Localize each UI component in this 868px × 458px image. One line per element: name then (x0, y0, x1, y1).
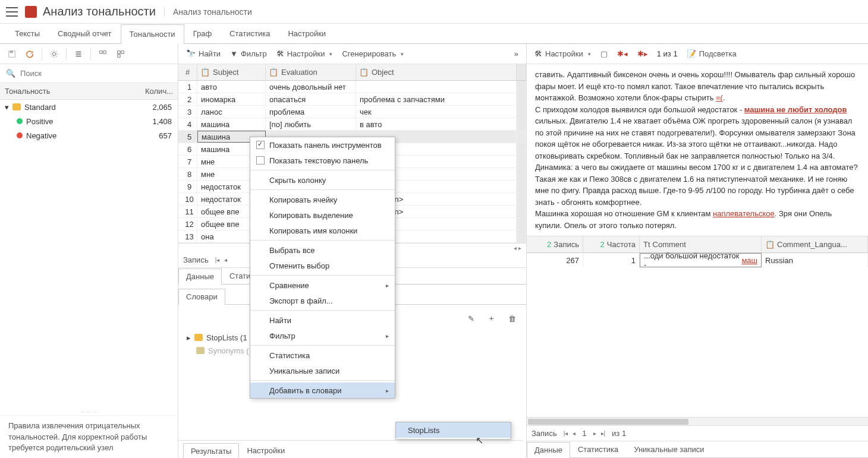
rtab-unique[interactable]: Уникальные записи (626, 441, 712, 457)
tree-label: Positive (26, 117, 54, 126)
r-settings-button[interactable]: 🛠Настройки (530, 47, 595, 61)
delete-icon[interactable]: 🗑 (504, 311, 520, 326)
settings-button[interactable]: 🛠Настройки (272, 47, 337, 61)
wrench-icon: 🛠 (276, 49, 284, 58)
nav-next-icon[interactable]: ▸ (592, 430, 598, 437)
grid-row[interactable]: 4машина[no] любитьв авто (178, 118, 526, 131)
overflow-icon[interactable]: » (510, 47, 523, 61)
cell-num: 7 (178, 156, 197, 168)
tree-row-standard[interactable]: ▾Standard 2,065 (0, 100, 178, 114)
tab-sentiments[interactable]: Тональности (121, 24, 184, 44)
rcol-freq[interactable]: 2Частота (583, 236, 640, 252)
ctx-statistics[interactable]: Статистика (250, 348, 395, 363)
rcol-comment[interactable]: TtComment (640, 236, 762, 252)
nav-first-icon[interactable]: |◂ (213, 257, 222, 263)
ctx-select-all[interactable]: Выбрать все (250, 242, 395, 258)
tab-stats[interactable]: Статистика (221, 24, 279, 43)
grid-row[interactable]: 2иномаркаопасатьсяпроблема с запчастями (178, 93, 526, 106)
grid1-icon[interactable] (95, 48, 111, 61)
document-text[interactable]: ставить. Адаптивный биксенон очень и оче… (527, 64, 868, 236)
svg-rect-6 (121, 50, 124, 53)
ctx-copy-cell[interactable]: Копировать ячейку (250, 192, 395, 207)
gear-icon[interactable] (46, 48, 62, 61)
nav-first-icon[interactable]: |◂ (562, 430, 570, 437)
btab-results[interactable]: Результаты (183, 443, 239, 458)
col-subject[interactable]: 📋Subject (197, 64, 266, 80)
cell-eval: очень довольный нет (266, 81, 356, 93)
ctx-deselect[interactable]: Отменить выбор (250, 258, 395, 273)
ctx-find[interactable]: Найти (250, 312, 395, 328)
ctx-sub-stoplists[interactable]: StopLists (396, 422, 511, 438)
cell-eval: проблема (266, 106, 356, 118)
app-header: Анализ тональности Анализ тональности (0, 0, 868, 24)
window-icon[interactable]: ▢ (596, 47, 612, 61)
tab-settings[interactable]: Настройки (279, 24, 335, 43)
generate-button[interactable]: Сгенерировать (338, 47, 408, 61)
grid2-icon[interactable] (112, 48, 129, 61)
ctx-hide-column[interactable]: Скрыть колонку (250, 172, 395, 188)
grid-row[interactable]: 1автоочень довольный нет (178, 81, 526, 93)
filter-button[interactable]: ▼Фильтр (226, 47, 271, 61)
tree-col-sentiment[interactable]: Тональность (0, 87, 142, 96)
grid-scrollbar[interactable] (517, 64, 526, 80)
grid-row[interactable]: 3ланоспроблемачек (178, 106, 526, 118)
spark2-icon[interactable]: ✱▸ (633, 47, 652, 61)
svg-rect-7 (118, 54, 120, 56)
col-evaluation[interactable]: 📋Evaluation (266, 64, 356, 80)
edit-icon[interactable]: ✎ (464, 311, 479, 326)
right-subtabs: Данные Статистика Уникальные записи (527, 441, 868, 458)
result-row[interactable]: 267 1 ...оди большой недостаток - маш Ru… (527, 253, 868, 267)
rcol-lang[interactable]: 📋Comment_Langua... (762, 236, 868, 252)
negative-dot-icon (17, 132, 23, 138)
svg-rect-5 (118, 50, 120, 53)
rcol-record[interactable]: 2Запись (527, 236, 583, 252)
tree-header: Тональность Колич... (0, 83, 178, 100)
ctx-copy-selection[interactable]: Копировать выделение (250, 207, 395, 223)
tree-row-negative[interactable]: Negative 657 (0, 128, 178, 143)
ctx-filter[interactable]: Фильтр (250, 328, 395, 343)
find-button[interactable]: 🔭Найти (182, 47, 225, 61)
col-num[interactable]: # (178, 64, 197, 80)
tree-row-positive[interactable]: Positive 1,408 (0, 114, 178, 128)
search-input[interactable] (20, 69, 172, 78)
ctx-show-toolbar[interactable]: Показать панель инструментов (250, 137, 395, 153)
ctx-export[interactable]: Экспорт в файл... (250, 293, 395, 308)
tab-summary[interactable]: Сводный отчет (49, 24, 121, 43)
tab-dictionaries[interactable]: Словари (178, 289, 225, 305)
rtab-data[interactable]: Данные (527, 442, 570, 458)
nav-prev-icon[interactable]: ◂ (571, 430, 577, 437)
col-object[interactable]: 📋Object (356, 64, 517, 80)
list-icon[interactable] (70, 48, 87, 61)
btab-settings[interactable]: Настройки (239, 443, 293, 458)
tree-col-count[interactable]: Колич... (142, 87, 178, 96)
svg-rect-1 (10, 50, 13, 53)
highlight-button[interactable]: 📝Подсветка (683, 47, 741, 61)
nav-last-icon[interactable]: ▸| (599, 430, 608, 437)
right-h-scrollbar[interactable] (527, 418, 868, 426)
resize-grip-icon[interactable]: ⋯⋯⋯ (0, 409, 178, 415)
spark1-icon[interactable]: ✱◂ (613, 47, 632, 61)
expand-icon[interactable]: ▾ (5, 103, 9, 112)
add-icon[interactable]: ＋ (483, 311, 499, 326)
ctx-unique[interactable]: Уникальные записи (250, 363, 395, 378)
svg-rect-4 (103, 50, 106, 53)
nav-prev-icon[interactable]: ◂ (222, 257, 229, 263)
subtab-data[interactable]: Данные (178, 269, 222, 285)
cell-num: 5 (178, 131, 197, 143)
ctx-compare[interactable]: Сравнение (250, 277, 395, 293)
ctx-show-textpanel[interactable]: Показать текстовую панель (250, 153, 395, 168)
doc-highlight-bold: машина не любит холодов (744, 105, 847, 114)
expand-icon[interactable]: ▸ (187, 333, 191, 342)
tab-texts[interactable]: Тексты (6, 24, 49, 43)
rtab-stats[interactable]: Статистика (570, 441, 626, 457)
ctx-copy-colname[interactable]: Копировать имя колонки (250, 223, 395, 238)
cell-subject: ланос (197, 106, 266, 118)
menu-icon[interactable] (6, 7, 18, 17)
ctx-add-to-dict[interactable]: Добавить в словари (250, 383, 395, 398)
cell-comment: ...оди большой недостаток - маш (640, 253, 762, 267)
refresh-icon[interactable] (21, 48, 38, 61)
page-number: 1 (582, 429, 586, 438)
tab-graph[interactable]: Граф (184, 24, 221, 43)
save-icon[interactable] (4, 48, 20, 61)
num-icon: 2 (600, 240, 605, 249)
